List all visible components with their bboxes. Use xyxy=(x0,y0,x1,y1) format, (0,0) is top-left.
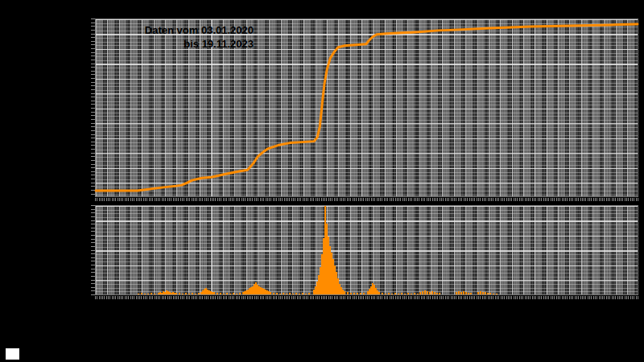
bar xyxy=(239,293,241,294)
bar xyxy=(419,292,421,294)
bar xyxy=(299,294,300,294)
bar xyxy=(289,293,291,294)
bar xyxy=(353,293,355,294)
bar xyxy=(436,293,438,294)
bar xyxy=(347,292,349,294)
bar xyxy=(398,294,399,294)
legend-key-box xyxy=(6,348,19,360)
bar xyxy=(360,293,361,294)
top-panel-cumulative-chart: Daten vom 03.01.2020 bis 19.11.2023 xyxy=(95,19,638,197)
bar xyxy=(487,293,489,294)
bar xyxy=(217,293,218,294)
bar xyxy=(414,293,415,294)
bar xyxy=(434,292,436,294)
bar xyxy=(350,293,352,294)
bar xyxy=(305,294,307,294)
bar xyxy=(382,293,383,294)
bar xyxy=(411,294,412,294)
bar xyxy=(427,291,428,294)
bar xyxy=(141,293,142,294)
bar xyxy=(468,293,469,294)
bar xyxy=(422,291,423,294)
bar xyxy=(188,294,190,294)
bottom-panel-daily-bars-chart xyxy=(95,205,638,295)
bar xyxy=(496,294,497,294)
bar xyxy=(477,292,479,294)
bar xyxy=(308,293,310,294)
bar xyxy=(302,293,303,294)
y-axis-ticks-bottom-panel xyxy=(91,205,95,295)
bar xyxy=(394,293,396,294)
bar xyxy=(357,293,358,294)
bar xyxy=(182,294,184,294)
bar xyxy=(439,293,440,294)
bar xyxy=(144,294,146,294)
bar xyxy=(270,292,271,294)
bar xyxy=(489,293,491,294)
bar xyxy=(388,293,390,294)
bar xyxy=(407,293,409,294)
bar xyxy=(138,294,139,294)
cumulative-curve-svg xyxy=(96,19,638,196)
cumulative-curve xyxy=(96,24,638,191)
bar xyxy=(286,294,287,294)
bar xyxy=(154,294,155,294)
bar xyxy=(151,293,152,294)
bar xyxy=(391,294,393,294)
bar xyxy=(456,292,457,294)
bar xyxy=(417,294,419,294)
bar xyxy=(292,294,294,294)
bar xyxy=(283,293,284,294)
bar xyxy=(213,292,215,294)
bar xyxy=(147,294,149,294)
bar xyxy=(236,294,237,294)
bar xyxy=(458,291,460,294)
bar xyxy=(220,293,221,294)
bar xyxy=(378,292,380,294)
bar xyxy=(485,292,486,294)
bar xyxy=(429,292,431,294)
bar xyxy=(226,293,228,294)
bar xyxy=(195,294,196,294)
x-axis-ticks-bottom-panel xyxy=(95,296,638,299)
bar xyxy=(279,294,281,294)
bar xyxy=(185,293,187,294)
x-axis-ticks-top-panel xyxy=(95,198,638,201)
bar xyxy=(385,294,386,294)
bar xyxy=(401,293,402,294)
bar xyxy=(175,293,177,294)
bar xyxy=(480,291,481,294)
bar xyxy=(482,292,484,294)
bar xyxy=(198,293,200,294)
bar xyxy=(424,290,426,294)
bar xyxy=(229,294,231,294)
bar xyxy=(363,293,365,294)
bar xyxy=(223,294,225,294)
bar xyxy=(463,291,464,294)
bar xyxy=(295,293,297,294)
bar xyxy=(192,293,193,294)
bar xyxy=(233,293,234,294)
bar xyxy=(276,293,278,294)
bar xyxy=(404,294,406,294)
bar xyxy=(493,294,494,294)
bar xyxy=(465,292,467,294)
bar xyxy=(273,293,275,294)
bar xyxy=(431,291,433,294)
chart-root: { "annotation": { "line1": "Daten vom 03… xyxy=(0,0,644,362)
bars-layer xyxy=(96,206,638,294)
y-axis-ticks-top-panel xyxy=(91,19,95,197)
bar xyxy=(344,291,345,294)
bar xyxy=(470,293,472,294)
bar xyxy=(179,293,180,294)
bar xyxy=(460,292,462,294)
